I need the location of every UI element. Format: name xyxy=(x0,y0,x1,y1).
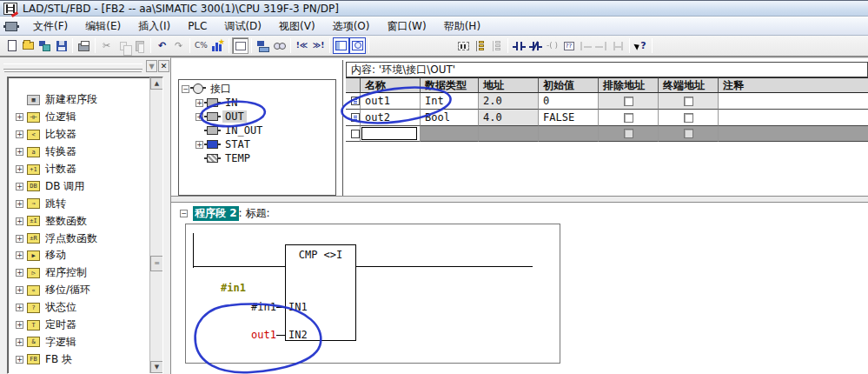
lad-close-branch-icon[interactable] xyxy=(593,37,610,54)
column-header-name[interactable]: 名称 xyxy=(361,77,421,93)
sidebar-dropdown-button[interactable]: ▼ xyxy=(146,60,157,72)
expander-icon[interactable]: + xyxy=(16,356,23,364)
lad-empty-box-icon[interactable]: ?? xyxy=(560,37,577,54)
interface-row-in-out[interactable]: IN_OUT xyxy=(179,124,335,137)
menu-debug[interactable]: 调试(D) xyxy=(215,17,270,36)
lad-coil-icon[interactable]: -( ) xyxy=(544,37,560,54)
network-collapse-icon[interactable]: − xyxy=(180,210,188,217)
sidebar-item-converter[interactable]: +a转换器 xyxy=(8,144,149,161)
detail-view-toggle-icon[interactable] xyxy=(349,37,366,54)
copy-icon[interactable] xyxy=(115,37,131,54)
menu-help[interactable]: 帮助(H) xyxy=(435,17,489,36)
sidebar-item-jump[interactable]: +→跳转 xyxy=(8,195,149,212)
sidebar-item-status-bits[interactable]: +?状态位 xyxy=(8,299,149,317)
expander-icon[interactable]: + xyxy=(16,113,23,121)
address-cell[interactable]: 4.0 xyxy=(479,110,539,126)
menu-insert[interactable]: 插入(I) xyxy=(129,17,179,36)
menu-window[interactable]: 窗口(W) xyxy=(378,17,434,36)
initial-cell[interactable]: FALSE xyxy=(539,110,599,126)
expander-icon[interactable]: + xyxy=(16,269,23,277)
expander-icon[interactable]: + xyxy=(16,217,23,225)
name-cell[interactable]: out2 xyxy=(361,110,421,126)
comment-cell[interactable] xyxy=(719,93,868,110)
interface-root-row[interactable]: − 接口 xyxy=(179,82,335,96)
lad-open-branch-icon[interactable] xyxy=(577,37,593,54)
symbol-info-toggle-icon[interactable] xyxy=(232,37,248,54)
interface-row-temp[interactable]: TEMP xyxy=(179,151,335,165)
sidebar-grip-handle[interactable] xyxy=(3,63,142,70)
expander-icon[interactable]: + xyxy=(16,200,23,208)
comment-cell[interactable] xyxy=(719,110,868,126)
previous-error-icon[interactable]: !≪ xyxy=(294,37,310,54)
network-title-suffix[interactable]: : 标题: xyxy=(239,206,270,221)
column-header-datatype[interactable]: 数据类型 xyxy=(421,77,479,93)
sidebar-item-move[interactable]: +▶移动 xyxy=(8,247,149,264)
interface-row-out[interactable]: + OUT xyxy=(179,110,335,124)
monitor-glasses-icon[interactable] xyxy=(271,37,288,54)
in1-operand[interactable]: #in1 xyxy=(215,301,276,313)
expander-icon[interactable]: + xyxy=(16,321,23,329)
sidebar-scrollbar[interactable]: ▲ ≡ ▼ xyxy=(149,77,162,373)
terminal-checkbox[interactable] xyxy=(684,97,693,106)
network-number-label[interactable]: 程序段 2 xyxy=(193,206,239,221)
interface-row-stat[interactable]: + STAT xyxy=(179,137,335,151)
expander-icon[interactable]: + xyxy=(16,304,23,311)
save-icon[interactable] xyxy=(53,37,70,54)
datatype-cell[interactable]: Bool xyxy=(421,110,479,126)
ladder-canvas[interactable]: CMP <>I #in1 #in1 IN1 out1 IN2 xyxy=(185,224,560,364)
menu-file[interactable]: 文件(F) xyxy=(24,17,76,36)
program-elements-catalog-icon[interactable] xyxy=(472,37,488,54)
exclude-checkbox[interactable] xyxy=(624,97,633,106)
new-network-icon[interactable] xyxy=(455,37,472,54)
address-cell[interactable]: 2.0 xyxy=(479,93,539,110)
new-row-cell[interactable] xyxy=(421,126,479,142)
sidebar-item-integer-fn[interactable]: +±I整数函数 xyxy=(8,212,149,230)
expander-icon[interactable]: + xyxy=(16,148,23,156)
sidebar-item-fb-blocks[interactable]: +FBFB 块 xyxy=(8,351,149,368)
expander-icon[interactable]: + xyxy=(16,235,23,243)
next-error-icon[interactable]: ≫! xyxy=(310,37,327,54)
sidebar-item-bit-logic[interactable]: +⊣⊢位逻辑 xyxy=(8,109,149,126)
exclude-checkbox[interactable] xyxy=(624,113,633,123)
column-header-comment[interactable]: 注释 xyxy=(719,77,868,93)
reference-data-icon[interactable]: C% xyxy=(193,37,209,54)
lad-contact-nc-icon[interactable] xyxy=(527,37,544,54)
initial-cell[interactable]: 0 xyxy=(539,93,599,110)
terminal-checkbox[interactable] xyxy=(684,129,693,138)
block-chart-icon[interactable]: ★ xyxy=(209,37,226,54)
expand-icon[interactable]: + xyxy=(195,141,203,149)
datatype-cell[interactable]: Int xyxy=(421,93,479,110)
in2-operand[interactable]: out1 xyxy=(215,329,276,341)
expand-icon[interactable]: + xyxy=(195,113,203,121)
scroll-up-icon[interactable]: ▲ xyxy=(150,77,163,90)
sidebar-item-float-fn[interactable]: +±R浮点数函数 xyxy=(8,230,149,247)
column-header-initial[interactable]: 初始值 xyxy=(539,77,599,93)
cut-icon[interactable]: ✂ xyxy=(98,37,115,54)
scroll-down-icon[interactable]: ▼ xyxy=(150,361,163,373)
column-header-address[interactable]: 地址 xyxy=(479,77,539,93)
expander-icon[interactable]: + xyxy=(16,130,23,138)
sidebar-item-shift-rotate[interactable]: +«移位/循环 xyxy=(8,282,149,299)
plc-connection-icon[interactable] xyxy=(255,37,271,54)
lad-contact-no-icon[interactable] xyxy=(511,37,527,54)
menu-edit[interactable]: 编辑(E) xyxy=(76,17,129,36)
sidebar-item-comparator[interactable]: +<比较器 xyxy=(8,126,149,144)
menu-plc[interactable]: PLC xyxy=(179,18,215,34)
expander-icon[interactable]: + xyxy=(16,183,23,190)
help-pointer-icon[interactable]: ? xyxy=(633,37,649,54)
sidebar-close-button[interactable]: ✕ xyxy=(158,60,169,72)
new-row-cell[interactable] xyxy=(479,126,539,142)
horizontal-splitter[interactable] xyxy=(171,196,868,203)
lad-connector-icon[interactable] xyxy=(610,37,626,54)
new-row-comment-cell[interactable] xyxy=(719,126,868,142)
column-header-terminal[interactable]: 终端地址 xyxy=(659,77,719,93)
paste-icon[interactable] xyxy=(131,37,148,54)
expander-icon[interactable]: + xyxy=(16,338,23,346)
expander-icon[interactable]: + xyxy=(16,251,23,259)
expander-icon[interactable]: + xyxy=(16,165,23,173)
redo-icon[interactable]: ↷ xyxy=(170,37,187,54)
call-structure-icon[interactable] xyxy=(488,37,505,54)
sidebar-item-db-call[interactable]: +DBDB 调用 xyxy=(8,177,149,195)
expander-icon[interactable]: + xyxy=(16,286,23,294)
panel-divider[interactable] xyxy=(342,60,343,196)
